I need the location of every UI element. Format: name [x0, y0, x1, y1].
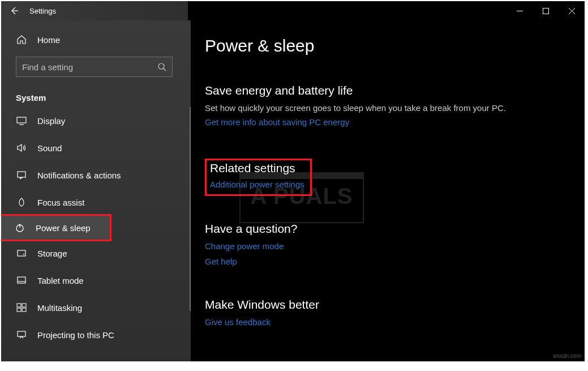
svg-rect-6 — [17, 117, 26, 123]
minimize-button[interactable] — [507, 1, 533, 20]
sidebar-item-sound[interactable]: Sound — [1, 134, 191, 161]
section-feedback: Make Windows better Give us feedback — [205, 298, 573, 332]
related-heading: Related settings — [210, 161, 304, 175]
sidebar-item-multitasking[interactable]: Multitasking — [1, 294, 191, 321]
title-bar: Settings — [1, 1, 585, 20]
sidebar-home-label: Home — [37, 35, 60, 45]
power-icon — [14, 222, 25, 233]
svg-rect-13 — [18, 277, 25, 283]
svg-rect-11 — [18, 250, 25, 256]
home-icon — [16, 34, 27, 45]
sidebar-item-storage[interactable]: Storage — [1, 240, 191, 267]
change-power-mode-link[interactable]: Change power mode — [205, 241, 284, 251]
sidebar-category: System — [1, 83, 191, 107]
focus-assist-icon — [16, 197, 27, 208]
page-title: Power & sleep — [205, 36, 573, 56]
main-content: Power & sleep Save energy and battery li… — [191, 20, 585, 361]
sidebar-item-label: Multitasking — [37, 303, 82, 313]
sidebar-item-label: Projecting to this PC — [37, 330, 114, 340]
sidebar-home[interactable]: Home — [1, 28, 191, 51]
svg-rect-18 — [22, 308, 26, 312]
display-icon — [16, 115, 27, 126]
search-input[interactable]: Find a setting — [16, 57, 173, 77]
sidebar-item-projecting[interactable]: Projecting to this PC — [1, 321, 191, 348]
sidebar-item-notifications[interactable]: Notifications & actions — [1, 161, 191, 189]
projecting-icon — [16, 329, 27, 340]
svg-rect-1 — [543, 8, 548, 14]
give-feedback-link[interactable]: Give us feedback — [205, 317, 271, 327]
svg-point-12 — [23, 254, 24, 255]
svg-rect-19 — [18, 331, 25, 336]
section-related-settings: Related settings Additional power settin… — [205, 159, 573, 196]
get-help-link[interactable]: Get help — [205, 257, 237, 266]
svg-rect-17 — [17, 308, 21, 312]
additional-power-settings-link[interactable]: Additional power settings — [210, 180, 304, 189]
settings-window: Settings — [1, 1, 585, 361]
feedback-heading: Make Windows better — [205, 298, 573, 312]
sidebar-item-tablet-mode[interactable]: Tablet mode — [1, 267, 191, 294]
multitasking-icon — [16, 302, 27, 313]
sidebar-item-label: Sound — [37, 143, 62, 153]
sound-icon — [16, 142, 27, 153]
arrow-left-icon — [10, 6, 19, 15]
question-heading: Have a question? — [205, 222, 573, 236]
sidebar-item-display[interactable]: Display — [1, 107, 191, 134]
highlight-box: Related settings Additional power settin… — [205, 159, 312, 196]
svg-rect-16 — [22, 304, 26, 307]
section-save-energy: Save energy and battery life Set how qui… — [205, 84, 573, 133]
search-placeholder: Find a setting — [22, 62, 157, 72]
sidebar-item-focus-assist[interactable]: Focus assist — [1, 189, 191, 216]
sidebar-nav: Display Sound Notifications & actions Fo… — [1, 107, 191, 348]
tablet-icon — [16, 275, 27, 286]
sidebar-item-power-sleep[interactable]: Power & sleep — [1, 214, 111, 241]
section-have-question: Have a question? Change power mode Get h… — [205, 222, 573, 272]
sidebar-item-label: Display — [37, 116, 65, 126]
close-button[interactable] — [559, 1, 585, 20]
storage-icon — [16, 248, 27, 259]
maximize-icon — [543, 8, 549, 14]
notifications-icon — [16, 169, 27, 181]
footer-watermark: wsxdn.com — [553, 353, 581, 359]
svg-rect-8 — [18, 172, 25, 177]
back-button[interactable] — [1, 1, 27, 20]
save-energy-heading: Save energy and battery life — [205, 84, 573, 97]
svg-rect-15 — [17, 304, 21, 307]
window-title: Settings — [27, 7, 56, 15]
sidebar-item-label: Focus assist — [37, 198, 84, 207]
search-icon — [157, 62, 166, 71]
close-icon — [569, 8, 575, 14]
svg-point-4 — [158, 63, 164, 69]
save-energy-desc: Set how quickly your screen goes to slee… — [205, 103, 573, 113]
maximize-button[interactable] — [533, 1, 559, 20]
sidebar-item-label: Storage — [37, 249, 67, 258]
save-energy-link[interactable]: Get more info about saving PC energy — [205, 117, 349, 127]
sidebar-item-label: Tablet mode — [37, 276, 84, 285]
sidebar-item-label: Notifications & actions — [37, 170, 121, 180]
minimize-icon — [517, 8, 523, 14]
sidebar-item-label: Power & sleep — [36, 223, 91, 233]
svg-line-5 — [164, 69, 166, 71]
sidebar: Home Find a setting System Display — [1, 20, 191, 361]
